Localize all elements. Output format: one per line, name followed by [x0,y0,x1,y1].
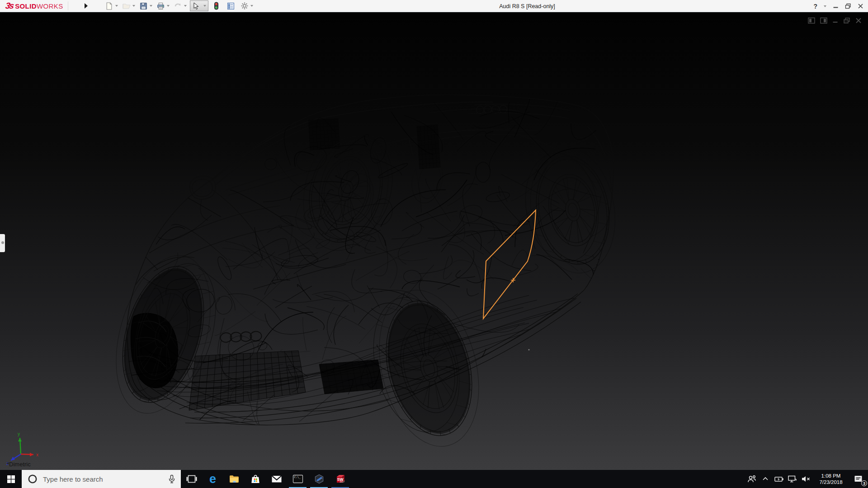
options-list-button[interactable] [226,0,236,11]
volume-button[interactable] [799,470,813,488]
axis-x-label: x [36,452,38,457]
undo-icon [174,2,182,9]
print-dropdown-arrow[interactable] [167,5,170,7]
store-icon [250,474,261,484]
help-button[interactable]: ? [813,3,817,10]
wireframe-generated [99,92,664,457]
view-orientation-label: *Dimetric [7,461,31,468]
clock-time: 1:08 PM [821,473,841,479]
select-button[interactable] [190,0,202,11]
settings-button[interactable] [239,0,250,11]
open-dropdown-arrow[interactable] [132,5,135,7]
doc-close-icon[interactable] [855,17,862,24]
microphone-icon[interactable] [168,474,175,483]
svg-text:2017: 2017 [340,481,344,483]
close-button[interactable] [858,3,863,9]
undo-dropdown-arrow[interactable] [184,5,187,7]
pane-right-icon[interactable] [820,17,827,24]
main-toolbar [104,0,256,11]
solidworks-window: 3s SOLIDWORKS [0,0,868,488]
taskbar-search[interactable]: Type here to search [22,470,181,488]
taskbar-clock[interactable]: 1:08 PM 7/23/2018 [813,470,849,488]
start-button[interactable] [0,470,22,488]
print-button[interactable] [156,0,166,11]
stray-vertex-dot [528,349,530,351]
side-mirror [190,176,216,221]
settings-dropdown-arrow[interactable] [250,5,253,7]
tray-expand-button[interactable] [759,470,772,488]
logo-solid: SOLID [15,2,37,10]
solidworks-taskbar-button[interactable]: SW2017 [330,470,351,488]
new-document-button[interactable] [104,0,115,11]
doc-restore-icon[interactable] [843,17,850,24]
window-controls: ? [813,0,863,12]
windows-logo-icon [7,475,15,483]
feature-manager-collapsed-tab[interactable] [0,234,5,252]
graphics-area[interactable]: y x z *Dimetric [0,12,868,470]
open-icon [123,2,131,9]
rebuild-traffic-light-icon [213,2,219,10]
volume-muted-icon [801,475,811,483]
document-window-controls [808,17,862,24]
axis-y-label: y [18,432,20,436]
svg-text:C:\_: C:\_ [294,475,301,479]
restore-button[interactable] [845,3,851,9]
save-button[interactable] [138,0,149,11]
hexagon-app-icon [314,474,325,484]
new-document-icon [105,2,113,10]
options-list-icon [227,2,235,10]
rebuild-button[interactable] [211,0,222,11]
clock-date: 7/23/2018 [819,479,842,485]
file-explorer-icon [229,474,240,484]
select-dropdown-arrow[interactable] [203,5,206,7]
system-tray: 1:08 PM 7/23/2018 3 [745,470,868,488]
pane-left-icon[interactable] [808,17,815,24]
hexagon-app-button[interactable] [308,470,330,488]
action-center-button[interactable]: 3 [849,470,868,488]
store-button[interactable] [245,470,266,488]
title-bar: 3s SOLIDWORKS [0,0,868,12]
mail-button[interactable] [266,470,287,488]
network-icon [787,474,798,483]
document-title: Audi R8 S [Read-only] [499,0,555,12]
file-explorer-button[interactable] [223,470,245,488]
command-prompt-button[interactable]: C:\_ [287,470,308,488]
orientation-triad: y x z [3,426,43,466]
help-dropdown-arrow[interactable] [824,5,826,7]
command-prompt-icon: C:\_ [292,474,303,484]
battery-icon [774,475,784,483]
settings-gear-icon [241,2,249,10]
ds-logo-mark: 3s [5,1,14,11]
select-cursor-icon [193,2,199,10]
search-placeholder: Type here to search [43,475,168,483]
task-view-button[interactable] [181,470,202,488]
edge-icon: e [209,474,216,484]
solidworks-logo: 3s SOLIDWORKS [0,0,68,12]
separator [68,1,68,10]
save-icon [140,2,147,10]
chevron-up-icon [762,475,769,483]
cortana-icon [28,474,38,484]
select-tool-group [190,0,208,11]
model-canvas[interactable] [0,12,868,470]
menu-flyout-arrow-icon[interactable] [85,3,88,9]
solidworks-icon: SW2017 [335,474,346,484]
print-icon [157,2,165,10]
battery-button[interactable] [772,470,786,488]
notification-badge: 3 [861,480,867,486]
open-button[interactable] [121,0,132,11]
people-button[interactable] [745,470,759,488]
save-dropdown-arrow[interactable] [150,5,152,7]
mail-icon [271,474,282,484]
doc-minimize-icon[interactable] [832,17,838,24]
network-button[interactable] [786,470,799,488]
logo-works: WORKS [37,2,63,10]
undo-button[interactable] [173,0,184,11]
windows-taskbar: Type here to search e C:\_ SW2017 [0,470,868,488]
task-view-icon [186,474,197,484]
new-dropdown-arrow[interactable] [115,5,118,7]
people-icon [747,474,757,483]
edge-button[interactable]: e [202,470,223,488]
minimize-button[interactable] [833,3,839,9]
